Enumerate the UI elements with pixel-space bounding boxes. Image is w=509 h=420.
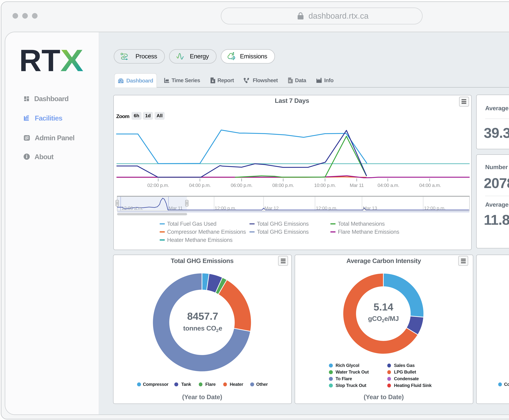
svg-text:Mar 12: Mar 12 bbox=[264, 206, 279, 211]
svg-text:12:00 p.m.: 12:00 p.m. bbox=[215, 206, 236, 211]
svg-text:Mar 13: Mar 13 bbox=[363, 206, 377, 211]
svg-text:12:00 p.m.: 12:00 p.m. bbox=[316, 206, 337, 211]
svg-text:12:00 p.m.: 12:00 p.m. bbox=[424, 206, 446, 211]
